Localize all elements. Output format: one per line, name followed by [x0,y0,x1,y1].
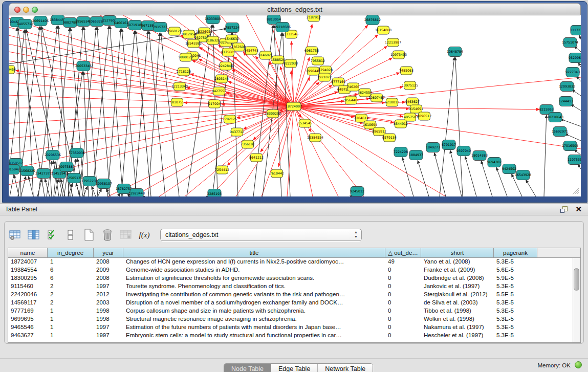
cell-out_degree[interactable]: 0 [385,299,421,307]
float-window-icon[interactable] [560,206,568,213]
cell-in_degree[interactable]: 6 [48,274,94,282]
cell-name[interactable]: 9463627 [8,332,48,340]
select-columns-icon[interactable] [45,227,60,243]
table-row[interactable]: 1872400712008Changes of HCN gene express… [8,258,573,266]
new-file-icon[interactable] [81,227,97,243]
column-header-year[interactable]: year [94,248,123,258]
cell-in_degree[interactable]: 1 [48,258,94,266]
network-graph[interactable]: 8960123891295418226058932750316543382818… [9,15,581,196]
cell-title[interactable]: Genome-wide association studies in ADHD. [123,266,385,274]
network-canvas[interactable]: 8960123891295418226058932750316543382818… [9,15,581,196]
cell-year[interactable]: 1997 [94,332,123,340]
cell-short[interactable]: Hescheler et al. (1997) [421,332,494,340]
cell-name[interactable]: 9777169 [8,307,48,315]
cell-pagerank[interactable]: 5.3E-5 [494,332,537,340]
cell-pagerank[interactable]: 5.3E-5 [494,258,537,266]
cell-name[interactable]: 9699695 [8,315,48,323]
cell-name[interactable]: 19384554 [8,266,48,274]
cell-year[interactable]: 2012 [94,291,123,299]
cell-pagerank[interactable]: 5.3E-5 [494,315,537,323]
show-column-icon[interactable] [26,227,41,243]
cell-in_degree[interactable]: 2 [48,282,94,291]
table-row[interactable]: 911546021997Tourette syndrome. Phenomeno… [8,282,573,291]
cell-short[interactable]: Stergiakouli et al. (2012) [421,291,494,299]
table-row[interactable]: 946554611997Estimation of the future num… [8,323,573,332]
cell-year[interactable]: 1998 [94,307,123,315]
cell-out_degree[interactable]: 0 [385,274,421,282]
cell-name[interactable]: 18724007 [8,258,48,266]
cell-pagerank[interactable]: 5.9E-5 [494,274,537,282]
cell-short[interactable]: Wolkin et al. (1998) [421,315,494,323]
cell-out_degree[interactable]: 0 [385,332,421,340]
cell-title[interactable]: Structural magnetic resonance image aver… [123,315,385,323]
cell-short[interactable]: Yano et al. (2008) [421,258,494,266]
delete-table-icon[interactable] [118,227,134,243]
cell-year[interactable]: 2008 [94,274,123,282]
cell-title[interactable]: Disruption of a novel member of a sodium… [123,299,385,307]
cell-in_degree[interactable]: 1 [48,307,94,315]
scrollbar-thumb[interactable] [574,268,579,291]
table-row[interactable]: 1938455462009Genome-wide association stu… [8,266,573,274]
cell-pagerank[interactable]: 5.3E-5 [494,299,537,307]
cell-year[interactable]: 2008 [94,258,123,266]
cell-title[interactable]: Corpus callosum shape and size in male p… [123,307,385,315]
delete-icon[interactable] [100,227,115,243]
cell-in_degree[interactable]: 2 [48,291,94,299]
cell-name[interactable]: 14569117 [8,299,48,307]
cell-title[interactable]: Changes of HCN gene expression and I(f) … [123,258,385,266]
table-row[interactable]: 969969511998Structural magnetic resonanc… [8,315,573,323]
rows-icon[interactable] [63,227,78,243]
column-header-short[interactable]: short [421,248,494,258]
cell-name[interactable]: 18300295 [8,274,48,282]
cell-year[interactable]: 1997 [94,282,123,291]
cell-pagerank[interactable]: 5.3E-5 [494,282,537,291]
cell-title[interactable]: Estimation of significance thresholds fo… [123,274,385,282]
cell-in_degree[interactable]: 1 [48,323,94,332]
cell-out_degree[interactable]: 0 [385,266,421,274]
cell-short[interactable]: Tibbo et al. (1998) [421,307,494,315]
cell-in_degree[interactable]: 1 [48,315,94,323]
table-options-icon[interactable] [8,227,23,243]
column-header-title[interactable]: title [123,248,385,258]
column-header-pagerank[interactable]: pagerank [494,248,537,258]
resize-grip-icon[interactable] [571,186,580,195]
cell-out_degree[interactable]: 0 [385,291,421,299]
cell-year[interactable]: 1998 [94,315,123,323]
cell-pagerank[interactable]: 5.6E-5 [494,266,537,274]
cell-year[interactable]: 2003 [94,299,123,307]
cell-in_degree[interactable]: 1 [48,332,94,340]
cell-out_degree[interactable]: 0 [385,282,421,291]
table-selector-dropdown[interactable]: citations_edges.txt ▲▼ [160,229,362,241]
cell-pagerank[interactable]: 5.3E-5 [494,323,537,332]
cell-short[interactable]: Dudbridge et al. (2008) [421,274,494,282]
close-panel-icon[interactable]: ✕ [575,205,582,214]
cell-short[interactable]: de Silva et al. (2003) [421,299,494,307]
memory-status-indicator[interactable] [575,361,582,368]
table-row[interactable]: 2242004622012Investigating the contribut… [8,291,573,299]
cell-in_degree[interactable]: 2 [48,299,94,307]
table-row[interactable]: 1830029562008Estimation of significance … [8,274,573,282]
cell-short[interactable]: Franke et al. (2009) [421,266,494,274]
cell-out_degree[interactable]: 0 [385,323,421,332]
cell-name[interactable]: 9465546 [8,323,48,332]
cell-year[interactable]: 1997 [94,323,123,332]
cell-title[interactable]: Embryonic stem cells: a model to study s… [123,332,385,340]
table-row[interactable]: 1456911722003Disruption of a novel membe… [8,299,573,307]
cell-short[interactable]: Jankovic et al. (1997) [421,282,494,291]
column-header-name[interactable]: name [8,248,48,258]
column-header-in_degree[interactable]: in_degree [48,248,94,258]
cell-out_degree[interactable]: 0 [385,315,421,323]
window-titlebar[interactable]: citations_edges.txt [9,3,581,15]
cell-title[interactable]: Investigating the contribution of common… [123,291,385,299]
column-header-out_degree[interactable]: △ out_de… [385,248,421,258]
cell-short[interactable]: Nakamura et al. (1997) [421,323,494,332]
cell-out_degree[interactable]: 49 [385,258,421,266]
function-builder-icon[interactable]: f(x) [137,227,152,243]
table-row[interactable]: 946362711997Embryonic stem cells: a mode… [8,332,573,340]
cell-year[interactable]: 2009 [94,266,123,274]
cell-in_degree[interactable]: 6 [48,266,94,274]
table-scrollbar[interactable] [573,258,580,342]
cell-name[interactable]: 9115460 [8,282,48,291]
cell-title[interactable]: Tourette syndrome. Phenomenology and cla… [123,282,385,291]
cell-name[interactable]: 22420046 [8,291,48,299]
